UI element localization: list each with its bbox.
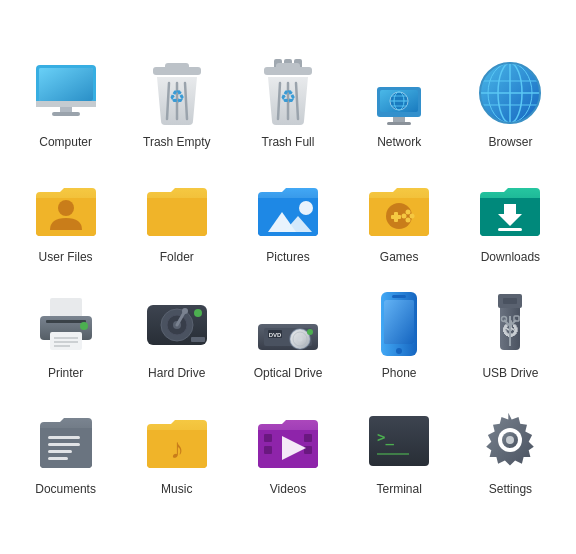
svg-text:♻: ♻ <box>280 87 296 107</box>
icon-printer[interactable]: Printer <box>10 282 121 388</box>
icon-phone[interactable]: Phone <box>344 282 455 388</box>
icon-settings[interactable]: Settings <box>455 398 566 504</box>
svg-rect-92 <box>48 436 80 439</box>
icon-label: Documents <box>35 482 96 498</box>
svg-rect-8 <box>165 63 189 71</box>
icon-label: Downloads <box>481 250 540 266</box>
icon-optical-drive[interactable]: DVD Optical Drive <box>232 282 343 388</box>
icon-label: Printer <box>48 366 83 382</box>
svg-rect-80 <box>392 295 406 298</box>
svg-rect-100 <box>304 446 312 454</box>
icon-terminal[interactable]: >_ Terminal <box>344 398 455 504</box>
svg-rect-79 <box>384 300 414 344</box>
svg-point-46 <box>406 210 411 215</box>
svg-point-55 <box>80 322 88 330</box>
icon-label: User Files <box>39 250 93 266</box>
svg-rect-91 <box>503 298 517 304</box>
icon-label: Terminal <box>377 482 422 498</box>
svg-rect-25 <box>387 122 411 125</box>
svg-point-74 <box>297 337 302 342</box>
icon-label: Videos <box>270 482 306 498</box>
svg-point-49 <box>402 214 407 219</box>
svg-rect-99 <box>304 434 312 442</box>
icon-user-files[interactable]: User Files <box>10 166 121 272</box>
svg-rect-6 <box>36 101 96 107</box>
svg-rect-95 <box>48 457 68 460</box>
icon-label: Phone <box>382 366 417 382</box>
svg-text:♻: ♻ <box>169 87 185 107</box>
svg-point-66 <box>194 309 202 317</box>
icon-grid: Computer ♻ <box>0 31 576 523</box>
svg-rect-45 <box>391 215 401 219</box>
icon-label: Network <box>377 135 421 151</box>
icon-label: Settings <box>489 482 532 498</box>
icon-videos[interactable]: Videos <box>232 398 343 504</box>
svg-point-81 <box>396 348 402 354</box>
svg-rect-98 <box>264 446 272 454</box>
icon-games[interactable]: Games <box>344 166 455 272</box>
svg-point-48 <box>410 214 415 219</box>
icon-hard-drive[interactable]: Hard Drive <box>121 282 232 388</box>
svg-text:>_: >_ <box>377 429 394 446</box>
icon-downloads[interactable]: Downloads <box>455 166 566 272</box>
svg-rect-17 <box>276 63 300 71</box>
svg-point-76 <box>307 329 313 335</box>
svg-point-65 <box>182 308 188 314</box>
icon-trash-full[interactable]: ♻ Trash Full <box>232 51 343 157</box>
icon-usb-drive[interactable]: ⌁ ⏻ USB Drive <box>455 282 566 388</box>
icon-folder[interactable]: Folder <box>121 166 232 272</box>
icon-music[interactable]: ♪ Music <box>121 398 232 504</box>
icon-label: Optical Drive <box>254 366 323 382</box>
icon-browser[interactable]: Browser <box>455 51 566 157</box>
icon-label: Trash Full <box>262 135 315 151</box>
svg-rect-67 <box>191 337 205 342</box>
icon-label: Computer <box>39 135 92 151</box>
icon-label: Folder <box>160 250 194 266</box>
icon-label: Trash Empty <box>143 135 211 151</box>
icon-pictures[interactable]: Pictures <box>232 166 343 272</box>
icon-trash-empty[interactable]: ♻ Trash Empty <box>121 51 232 157</box>
svg-point-47 <box>406 218 411 223</box>
svg-rect-94 <box>48 450 72 453</box>
icon-label: Music <box>161 482 192 498</box>
icon-documents[interactable]: Documents <box>10 398 121 504</box>
svg-rect-2 <box>39 68 93 101</box>
icon-label: Pictures <box>266 250 309 266</box>
svg-rect-54 <box>46 320 86 323</box>
svg-rect-97 <box>264 434 272 442</box>
icon-label: Hard Drive <box>148 366 205 382</box>
icon-computer[interactable]: Computer <box>10 51 121 157</box>
svg-rect-4 <box>52 112 80 116</box>
svg-rect-56 <box>50 332 82 350</box>
svg-point-42 <box>299 201 313 215</box>
svg-point-107 <box>506 436 514 444</box>
icon-label: USB Drive <box>482 366 538 382</box>
svg-text:DVD: DVD <box>269 332 282 338</box>
svg-text:♪: ♪ <box>170 433 184 464</box>
icon-network[interactable]: Network <box>344 51 455 157</box>
icon-label: Browser <box>488 135 532 151</box>
svg-rect-51 <box>498 228 522 231</box>
svg-point-39 <box>58 200 74 216</box>
icon-label: Games <box>380 250 419 266</box>
svg-rect-93 <box>48 443 80 446</box>
